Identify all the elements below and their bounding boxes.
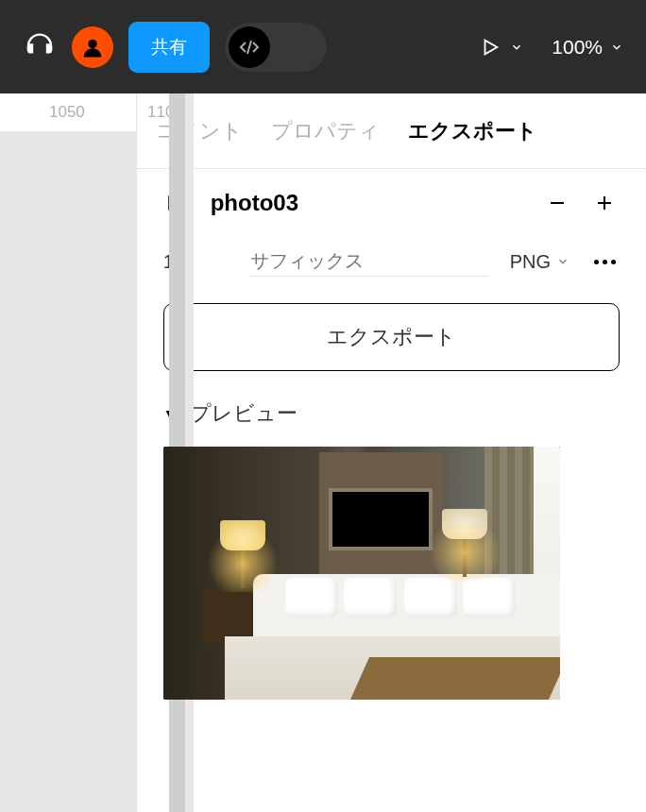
dev-mode-toggle[interactable] <box>225 23 327 72</box>
suffix-input[interactable] <box>250 246 489 277</box>
headphones-icon[interactable] <box>23 30 57 64</box>
panel-tabs: コメント プロパティ エクスポート <box>137 93 646 169</box>
more-options-button[interactable] <box>590 260 620 264</box>
canvas-background <box>0 131 136 812</box>
chevron-down-icon <box>610 41 623 54</box>
svg-point-0 <box>88 39 96 47</box>
avatar[interactable] <box>72 26 113 68</box>
format-select[interactable]: PNG <box>510 251 570 273</box>
topbar: 共有 100% <box>0 0 646 93</box>
export-layer-row: photo03 <box>163 188 620 218</box>
zoom-dropdown[interactable]: 100% <box>552 36 623 59</box>
layer-name: photo03 <box>211 190 525 216</box>
export-button[interactable]: エクスポート <box>163 303 620 371</box>
chevron-down-icon <box>556 255 570 268</box>
chevron-down-icon <box>510 41 523 54</box>
ruler-tick: 1050 <box>49 103 85 122</box>
zoom-value: 100% <box>552 36 603 59</box>
tab-export[interactable]: エクスポート <box>408 117 537 145</box>
remove-export-button[interactable] <box>542 188 572 218</box>
present-button[interactable] <box>480 37 523 58</box>
preview-label: プレビュー <box>190 399 298 428</box>
preview-toggle[interactable]: ▼ プレビュー <box>163 399 620 428</box>
export-option-row: 1x PNG <box>163 246 620 277</box>
format-value: PNG <box>510 251 551 273</box>
add-export-button[interactable] <box>589 188 620 218</box>
tab-property[interactable]: プロパティ <box>271 117 380 145</box>
preview-image <box>163 447 560 700</box>
code-icon <box>229 26 270 68</box>
horizontal-ruler: 1050 1100 <box>0 93 136 131</box>
export-section: photo03 1x PNG エクスポート <box>137 169 646 719</box>
share-button[interactable]: 共有 <box>128 22 210 73</box>
canvas-area[interactable]: 1050 1100 <box>0 93 136 812</box>
side-panel: コメント プロパティ エクスポート photo03 1x <box>136 93 646 812</box>
